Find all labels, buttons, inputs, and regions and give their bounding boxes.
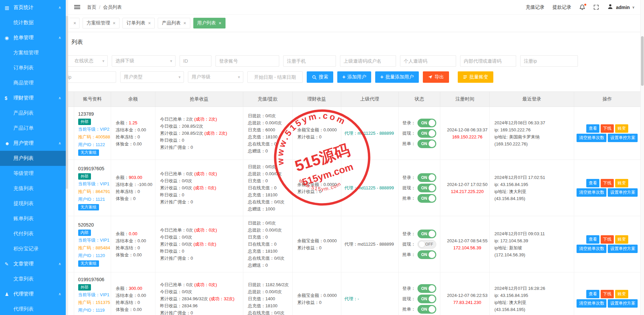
- recharge-records-link[interactable]: 充值记录: [526, 4, 544, 10]
- order-toggle[interactable]: ON: [417, 305, 436, 314]
- withdraw-records-link[interactable]: 提款记录: [552, 4, 571, 10]
- line-text: 冻结本金：-100.00: [116, 182, 152, 187]
- sub-agent-select[interactable]: 选择下级: [112, 55, 176, 67]
- sidebar-item-agent-list[interactable]: 代理列表: [0, 302, 66, 315]
- user-type-select[interactable]: 用户类型: [120, 71, 184, 83]
- export-button[interactable]: 导出: [423, 71, 449, 83]
- internal-agent-input[interactable]: [460, 55, 516, 67]
- parent-invite-input[interactable]: [340, 55, 396, 67]
- sidebar-section-article-manage[interactable]: 文章管理: [0, 256, 66, 271]
- batch-add-user-button[interactable]: 批量添加用户: [375, 71, 418, 83]
- set-control-plan-button[interactable]: 设置单控方案: [608, 299, 638, 308]
- sidebar-item-stats-data[interactable]: 统计数据: [0, 15, 66, 30]
- login-toggle[interactable]: ON: [417, 173, 436, 182]
- sidebar-item-product-list[interactable]: 产品列表: [0, 106, 66, 121]
- sidebar-item-user-list[interactable]: 用户列表: [0, 151, 66, 166]
- sidebar-scrollbar-thumb[interactable]: [66, 16, 68, 189]
- sidebar-section-finance-manage[interactable]: 理财管理: [0, 90, 66, 106]
- order-toggle[interactable]: ON: [417, 250, 436, 259]
- sidebar-item-payout-list[interactable]: 代付列表: [0, 226, 66, 241]
- close-icon[interactable]: [73, 21, 76, 25]
- view-button[interactable]: 查看: [586, 179, 599, 187]
- info-line: 2024-12-07 08:54:55: [445, 237, 489, 244]
- order-toggle[interactable]: ON: [417, 194, 436, 203]
- online-status-select[interactable]: 在线状态: [68, 55, 108, 67]
- tab[interactable]: 方案组管理: [83, 18, 119, 28]
- login-ip-input[interactable]: [68, 71, 116, 83]
- fullscreen-icon[interactable]: [593, 4, 599, 10]
- personal-invite-input[interactable]: [400, 55, 456, 67]
- page-scrollbar[interactable]: [640, 0, 644, 315]
- sidebar-item-withdraw-list[interactable]: 提现列表: [0, 196, 66, 211]
- withdraw-toggle[interactable]: ON: [417, 184, 436, 192]
- sidebar-item-order-list[interactable]: 订单列表: [0, 60, 66, 75]
- page-scrollbar-thumb[interactable]: [641, 36, 644, 86]
- account-change-button[interactable]: 账变: [615, 124, 628, 133]
- menu-toggle-icon[interactable]: [74, 5, 80, 9]
- date-range-input[interactable]: [247, 71, 303, 83]
- login-toggle[interactable]: ON: [417, 119, 436, 127]
- tab[interactable]: [69, 18, 80, 28]
- offline-button[interactable]: 下线: [601, 124, 614, 133]
- line-red-text: 124.217.225.220: [451, 189, 484, 194]
- view-button[interactable]: 查看: [586, 290, 599, 298]
- set-control-plan-button[interactable]: 设置单控方案: [608, 134, 638, 142]
- withdraw-toggle[interactable]: ON: [417, 129, 436, 138]
- close-icon[interactable]: [183, 21, 186, 25]
- sidebar-item-goods-manage[interactable]: 商品管理: [0, 75, 66, 90]
- offline-button[interactable]: 下线: [601, 290, 614, 298]
- close-icon[interactable]: [219, 21, 221, 25]
- breadcrumb-home[interactable]: 首页: [87, 4, 96, 10]
- sidebar-section-user-manage[interactable]: 用户管理: [0, 136, 66, 151]
- login-toggle[interactable]: ON: [417, 230, 436, 238]
- batch-change-button[interactable]: 批量账变: [458, 71, 493, 83]
- view-button[interactable]: 查看: [586, 124, 599, 133]
- sidebar-item-points-log[interactable]: 积分宝记录: [0, 241, 66, 256]
- account-change-button[interactable]: 账变: [615, 179, 628, 187]
- tab[interactable]: 用户列表: [193, 18, 226, 28]
- withdraw-toggle[interactable]: ON: [417, 295, 436, 303]
- sidebar-item-recharge-list[interactable]: 充值列表: [0, 181, 66, 196]
- login-account-input[interactable]: [215, 55, 279, 67]
- reg-ip-input[interactable]: [520, 55, 578, 67]
- sidebar-item-bill-list[interactable]: 账单列表: [0, 211, 66, 226]
- row-checkbox-cell[interactable]: [68, 160, 74, 216]
- view-button[interactable]: 查看: [586, 235, 599, 244]
- close-icon[interactable]: [148, 21, 151, 25]
- sidebar-item-article-list[interactable]: 文章列表: [0, 271, 66, 287]
- sidebar-item-label: 用户列表: [13, 155, 34, 162]
- sidebar-scrollbar[interactable]: [66, 0, 68, 315]
- order-toggle[interactable]: ON: [417, 139, 436, 148]
- row-checkbox-cell[interactable]: [68, 272, 74, 315]
- close-icon[interactable]: [113, 21, 115, 25]
- row-checkbox-cell[interactable]: [68, 216, 74, 272]
- tab[interactable]: 产品列表: [158, 18, 190, 28]
- reg-phone-input[interactable]: [283, 55, 336, 67]
- user-menu[interactable]: admin: [607, 3, 635, 11]
- offline-button[interactable]: 下线: [601, 235, 614, 244]
- bell-icon[interactable]: [579, 4, 585, 10]
- add-user-button[interactable]: 添加用户: [337, 71, 371, 83]
- row-checkbox-cell[interactable]: [68, 107, 74, 160]
- search-button[interactable]: 搜索: [307, 71, 333, 83]
- account-change-button[interactable]: 账变: [615, 290, 628, 298]
- set-control-plan-button[interactable]: 设置单控方案: [608, 245, 638, 253]
- sidebar-section-home-stats[interactable]: 首页统计: [0, 0, 66, 15]
- sidebar-item-level-manage[interactable]: 等级管理: [0, 166, 66, 181]
- tab[interactable]: 订单列表: [122, 18, 155, 28]
- clear-grab-count-button[interactable]: 清空抢单次数: [577, 299, 606, 308]
- offline-button[interactable]: 下线: [601, 179, 614, 187]
- account-change-button[interactable]: 账变: [615, 235, 628, 244]
- sidebar-section-agent-manage[interactable]: 代理管理: [0, 287, 66, 302]
- sidebar-section-grab-manage[interactable]: 抢单管理: [0, 30, 66, 45]
- clear-grab-count-button[interactable]: 清空抢单次数: [577, 188, 606, 197]
- user-level-select[interactable]: 用户等级: [188, 71, 243, 83]
- withdraw-toggle[interactable]: OFF: [417, 240, 436, 249]
- set-control-plan-button[interactable]: 设置单控方案: [608, 188, 638, 197]
- clear-grab-count-button[interactable]: 清空抢单次数: [577, 134, 606, 142]
- sidebar-item-product-orders[interactable]: 产品订单: [0, 121, 66, 136]
- sidebar-item-plan-group[interactable]: 方案组管理: [0, 45, 66, 60]
- id-input[interactable]: [180, 55, 211, 67]
- clear-grab-count-button[interactable]: 清空抢单次数: [577, 245, 606, 253]
- login-toggle[interactable]: ON: [417, 284, 436, 293]
